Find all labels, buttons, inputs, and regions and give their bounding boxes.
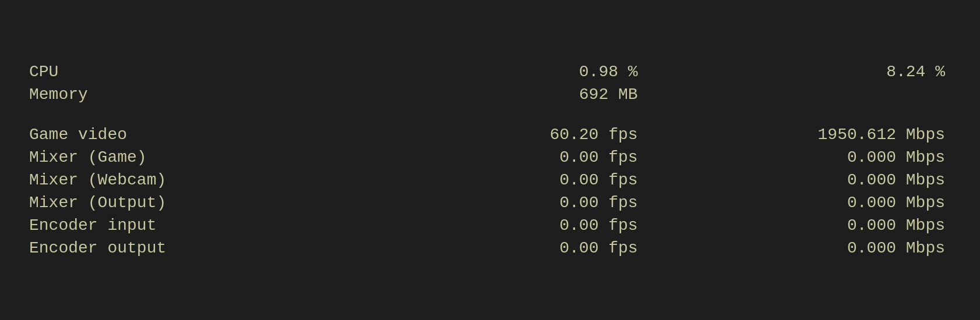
value2-game-video: 1950.612 Mbps xyxy=(644,123,951,146)
label-mixer-webcam: Mixer (Webcam) xyxy=(29,169,372,191)
value2-encoder-output: 0.000 Mbps xyxy=(644,237,951,259)
label-cpu: CPU xyxy=(29,61,372,83)
stats-row-encoder-output: Encoder output 0.00 fps 0.000 Mbps xyxy=(29,237,951,259)
stats-row-cpu: CPU 0.98 % 8.24 % xyxy=(29,61,951,83)
value1-cpu: 0.98 % xyxy=(372,61,643,83)
label-mixer-game: Mixer (Game) xyxy=(29,146,372,169)
stats-row-encoder-input: Encoder input 0.00 fps 0.000 Mbps xyxy=(29,214,951,237)
value2-memory xyxy=(644,83,951,106)
stats-panel: CPU 0.98 % 8.24 % Memory 692 MB Game vid… xyxy=(29,61,951,259)
value1-encoder-output: 0.00 fps xyxy=(372,237,643,259)
label-game-video: Game video xyxy=(29,123,372,146)
label-mixer-output: Mixer (Output) xyxy=(29,191,372,214)
value1-mixer-game: 0.00 fps xyxy=(372,146,643,169)
stats-row-spacer xyxy=(29,106,951,123)
label-memory: Memory xyxy=(29,83,372,106)
value2-mixer-game: 0.000 Mbps xyxy=(644,146,951,169)
stats-row-mixer-game: Mixer (Game) 0.00 fps 0.000 Mbps xyxy=(29,146,951,169)
stats-row-memory: Memory 692 MB xyxy=(29,83,951,106)
value1-game-video: 60.20 fps xyxy=(372,123,643,146)
value2-mixer-webcam: 0.000 Mbps xyxy=(644,169,951,191)
stats-row-game-video: Game video 60.20 fps 1950.612 Mbps xyxy=(29,123,951,146)
value1-encoder-input: 0.00 fps xyxy=(372,214,643,237)
label-encoder-input: Encoder input xyxy=(29,214,372,237)
value1-memory: 692 MB xyxy=(372,83,643,106)
value2-cpu: 8.24 % xyxy=(644,61,951,83)
label-encoder-output: Encoder output xyxy=(29,237,372,259)
value1-mixer-webcam: 0.00 fps xyxy=(372,169,643,191)
value1-mixer-output: 0.00 fps xyxy=(372,191,643,214)
value2-mixer-output: 0.000 Mbps xyxy=(644,191,951,214)
stats-table: CPU 0.98 % 8.24 % Memory 692 MB Game vid… xyxy=(29,61,951,259)
stats-row-mixer-output: Mixer (Output) 0.00 fps 0.000 Mbps xyxy=(29,191,951,214)
stats-row-mixer-webcam: Mixer (Webcam) 0.00 fps 0.000 Mbps xyxy=(29,169,951,191)
value2-encoder-input: 0.000 Mbps xyxy=(644,214,951,237)
